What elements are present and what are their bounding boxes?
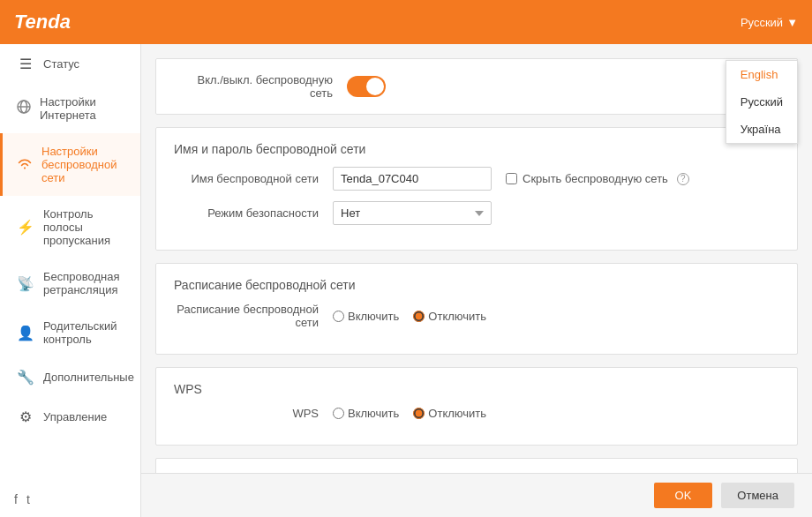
ssid-input[interactable] [333,167,492,191]
lang-option-russian[interactable]: Русский [726,88,797,116]
schedule-enable-radio[interactable] [333,311,344,322]
wps-disable-label: Отключить [428,407,486,420]
wps-enable-label: Включить [348,407,399,420]
sidebar-item-advanced[interactable]: 🔧 Дополнительные [0,357,140,397]
wps-radio-group: Включить Отключить [333,407,486,420]
ssid-row: Имя беспроводной сети Скрыть беспроводну… [174,167,779,191]
schedule-card: Расписание беспроводной сети Расписание … [155,263,798,355]
security-label: Режим безопасности [174,206,333,220]
sidebar-footer: f t [0,482,140,517]
wifi-toggle[interactable] [347,76,386,97]
sidebar-label-status: Статус [43,57,79,71]
schedule-radio-group: Включить Отключить [333,310,486,323]
schedule-section-title: Расписание беспроводной сети [174,278,779,292]
wifi-icon [17,157,33,173]
ok-button[interactable]: OK [654,483,713,508]
facebook-icon[interactable]: f [14,492,18,506]
wifi-name-section-title: Имя и пароль беспроводной сети [174,142,779,156]
schedule-row: Расписание беспроводной сети Включить От… [174,303,779,329]
internet-icon [17,100,31,117]
lang-button[interactable]: Русский ▼ [741,16,798,29]
ssid-label: Имя беспроводной сети [174,172,333,185]
wifi-toggle-card: Вкл./выкл. беспроводную сеть [155,58,798,115]
wps-enable-option[interactable]: Включить [333,407,399,420]
sidebar-item-bandwidth[interactable]: ⚡ Контроль полосы пропускания [0,196,140,258]
advanced-icon: 🔧 [17,369,34,386]
repeater-icon: 📡 [17,275,34,292]
manage-icon: ⚙ [17,408,34,425]
sidebar-item-internet[interactable]: Настройки Интернета [0,84,140,133]
wps-card: WPS WPS Включить Отключить [155,367,798,446]
sidebar-item-repeater[interactable]: 📡 Беспроводная ретрансляция [0,258,140,308]
sidebar-label-advanced: Дополнительные [43,371,134,384]
sidebar-label-internet: Настройки Интернета [40,95,126,122]
wps-disable-option[interactable]: Отключить [413,407,486,420]
schedule-enable-label: Включить [348,310,399,323]
hide-ssid-checkbox[interactable] [506,173,517,184]
sidebar-label-bandwidth: Контроль полосы пропускания [43,207,126,247]
sidebar-item-manage[interactable]: ⚙ Управление [0,397,140,437]
sidebar-item-status[interactable]: ☰ Статус [0,44,140,84]
wifi-toggle-row: Вкл./выкл. беспроводную сеть [174,73,779,100]
sidebar-item-wifi[interactable]: Настройки беспроводной сети [0,133,140,196]
sidebar-label-manage: Управление [43,410,107,423]
parental-icon: 👤 [17,325,34,341]
lang-option-english[interactable]: English [726,61,797,88]
schedule-disable-label: Отключить [428,310,486,323]
status-icon: ☰ [17,56,34,72]
wps-section-title: WPS [174,382,779,396]
header: Tenda Русский ▼ English Русский Україна [0,0,812,44]
layout: ☰ Статус Настройки Интернета [0,44,812,517]
wps-disable-radio[interactable] [413,408,425,419]
main-content: Вкл./выкл. беспроводную сеть Имя и парол… [141,44,812,517]
twitter-icon[interactable]: t [26,492,30,506]
wifi-name-card: Имя и пароль беспроводной сети Имя беспр… [155,127,798,251]
security-row: Режим безопасности Нет WPA/WPA2-Personal… [174,201,779,225]
wps-enable-radio[interactable] [333,408,344,419]
schedule-disable-radio[interactable] [413,311,425,322]
logo: Tenda [14,11,71,34]
lang-current: Русский [741,16,783,29]
security-select[interactable]: Нет WPA/WPA2-Personal WPA/WPA2-Enterpris… [333,201,492,225]
lang-option-ukraine[interactable]: Україна [726,116,797,143]
hide-ssid-row: Скрыть беспроводную сеть ? [506,172,689,185]
schedule-label: Расписание беспроводной сети [174,303,333,329]
hide-ssid-info-icon[interactable]: ? [677,173,689,185]
sidebar-label-wifi: Настройки беспроводной сети [41,145,126,184]
schedule-enable-option[interactable]: Включить [333,310,399,323]
lang-dropdown: English Русский Україна [726,60,798,144]
bandwidth-icon: ⚡ [17,219,34,236]
lang-arrow-icon: ▼ [786,16,798,29]
sidebar-label-parental: Родительский контроль [43,319,126,346]
bottom-bar: OK Отмена [141,473,812,517]
wps-row: WPS Включить Отключить [174,407,779,420]
wps-label: WPS [174,407,333,420]
sidebar-label-repeater: Беспроводная ретрансляция [43,270,126,296]
sidebar: ☰ Статус Настройки Интернета [0,44,141,517]
sidebar-nav: ☰ Статус Настройки Интернета [0,44,140,482]
sidebar-item-parental[interactable]: 👤 Родительский контроль [0,308,140,357]
schedule-disable-option[interactable]: Отключить [413,310,486,323]
toggle-knob [366,78,384,95]
cancel-button[interactable]: Отмена [721,483,794,508]
wifi-toggle-label: Вкл./выкл. беспроводную сеть [174,73,333,100]
hide-ssid-label: Скрыть беспроводную сеть [523,172,668,185]
